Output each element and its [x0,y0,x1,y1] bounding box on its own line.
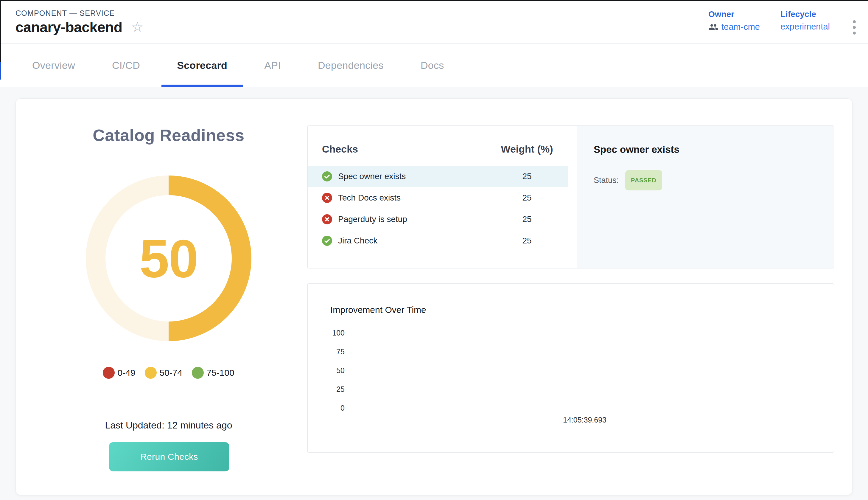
chart-title: Improvement Over Time [330,305,426,315]
lifecycle-label: Lifecycle [780,10,830,19]
tab-cicd[interactable]: CI/CD [96,44,155,87]
improvement-chart-card: Improvement Over Time 100 75 50 25 0 14:… [307,283,834,453]
check-name: Spec owner exists [338,172,406,181]
gauge-score: 50 [86,175,251,341]
y-axis-tick-label: 75 [320,342,345,361]
tab-label: CI/CD [112,60,140,71]
check-weight: 25 [491,236,563,246]
check-row[interactable]: Spec owner exists 25 [308,166,568,187]
page-title: canary-backend [15,20,123,35]
screen-left-edge-accent [0,62,1,80]
checks-panel: Checks Weight (%) Spec owner exists 25 [307,125,834,269]
status-badge: PASSED [625,170,662,190]
check-name: Jira Check [338,236,378,246]
tab-bar: Overview CI/CD Scorecard API Dependencie… [0,44,868,87]
app-window: COMPONENT — SERVICE canary-backend ☆ Own… [0,0,868,500]
owner-value: team-cme [721,22,760,32]
check-row[interactable]: Pagerduty is setup 25 [308,208,568,230]
legend-dot-icon [145,367,157,379]
check-row[interactable]: Jira Check 25 [308,230,568,251]
owner-block: Owner team-cme [708,10,760,32]
tab-label: API [264,60,281,71]
entity-header: COMPONENT — SERVICE canary-backend ☆ Own… [0,1,868,44]
tab-dependencies[interactable]: Dependencies [302,44,399,87]
check-circle-icon [322,236,332,246]
check-circle-icon [322,171,332,181]
breadcrumb: COMPONENT — SERVICE [15,9,115,18]
checks-column-header: Checks [322,143,358,155]
tab-label: Docs [420,60,444,71]
y-axis-tick-label: 25 [320,380,345,399]
tab-scorecard[interactable]: Scorecard [161,44,243,87]
scorecard-title: Catalog Readiness [16,125,321,145]
y-axis-tick-label: 100 [320,323,345,342]
check-weight: 25 [491,172,563,181]
legend-dot-icon [103,367,115,379]
legend-item: 75-100 [192,367,234,379]
y-axis-tick-label: 0 [320,399,345,418]
legend-item: 50-74 [145,367,182,379]
check-detail-status-row: Status: PASSED [594,170,662,190]
score-legend: 0-49 50-74 75-100 [16,367,321,379]
check-name: Pagerduty is setup [338,215,407,224]
tab-label: Overview [32,60,75,71]
last-updated-text: Last Updated: 12 minutes ago [16,420,321,431]
x-circle-icon [322,214,332,224]
readiness-gauge: 50 [86,175,251,341]
x-axis-tick-label: 14:05:39.693 [540,416,629,424]
screen-top-edge [0,0,868,1]
check-row[interactable]: Tech Docs exists 25 [308,187,568,208]
tab-docs[interactable]: Docs [405,44,460,87]
favorite-star-icon[interactable]: ☆ [131,20,143,34]
rerun-checks-button[interactable]: Rerun Checks [109,442,229,471]
status-label: Status: [594,176,619,185]
tab-api[interactable]: API [249,44,297,87]
lifecycle-value: experimental [780,22,830,32]
title-row: canary-backend ☆ [15,20,143,35]
lifecycle-block: Lifecycle experimental [780,10,830,32]
x-circle-icon [322,193,332,203]
legend-item: 0-49 [103,367,135,379]
scorecard-page-card: Catalog Readiness 50 0-49 50-74 75-100 [15,98,853,495]
tab-overview[interactable]: Overview [17,44,91,87]
screen-left-edge [0,1,1,62]
legend-dot-icon [192,367,204,379]
check-name: Tech Docs exists [338,193,401,203]
kebab-menu-icon[interactable] [848,18,861,37]
tab-label: Scorecard [177,60,227,71]
owner-label: Owner [708,10,760,19]
legend-label: 0-49 [117,368,135,378]
chart-x-axis: 14:05:39.693 [540,416,629,424]
y-axis-tick-label: 50 [320,361,345,380]
check-weight: 25 [491,215,563,224]
owner-link[interactable]: team-cme [708,22,760,32]
checks-table-body: Spec owner exists 25 Tech Docs exists 25 [308,166,568,251]
check-detail-title: Spec owner exists [594,144,680,155]
weight-column-header: Weight (%) [491,143,563,155]
check-detail-panel: Spec owner exists Status: PASSED [577,126,834,268]
legend-label: 50-74 [159,368,182,378]
chart-y-axis: 100 75 50 25 0 [320,323,345,418]
tab-label: Dependencies [318,60,384,71]
legend-label: 75-100 [206,368,234,378]
check-weight: 25 [491,193,563,203]
chart-plot-area [349,323,816,413]
people-icon [708,22,718,32]
